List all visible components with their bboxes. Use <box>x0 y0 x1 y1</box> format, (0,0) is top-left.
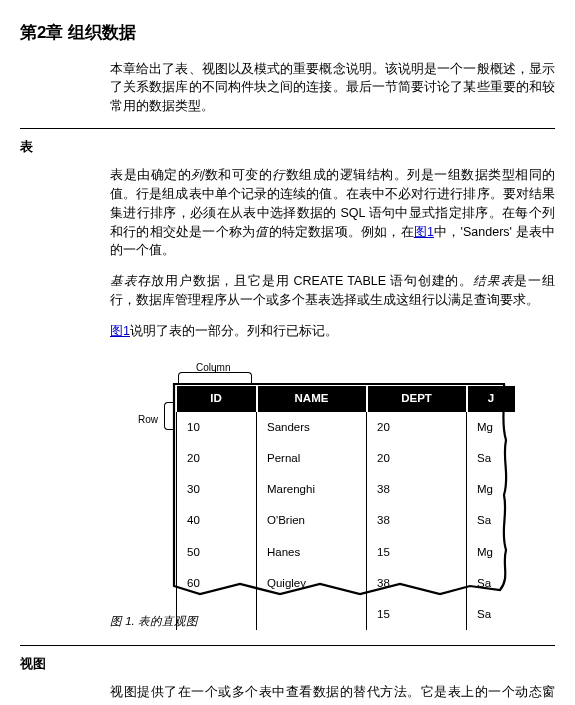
table-cell: 30 <box>177 474 257 505</box>
table-row: 20Pernal20Sa <box>177 443 515 474</box>
table-header-cell: J <box>467 386 515 411</box>
divider <box>20 128 555 129</box>
table-cell: Pernal <box>257 443 367 474</box>
section-heading-view: 视图 <box>20 654 555 674</box>
data-table: IDNAMEDEPTJ 10Sanders20Mg20Pernal20Sa30M… <box>176 386 515 630</box>
divider <box>20 645 555 646</box>
paragraph-table-2: 基表存放用户数据，且它是用 CREATE TABLE 语句创建的。结果表是一组行… <box>110 272 555 310</box>
table-cell: 15 <box>367 537 467 568</box>
text: 表是由确定的 <box>110 168 191 182</box>
text-italic: 列 <box>191 168 205 182</box>
table-cell: 20 <box>177 443 257 474</box>
table-cell: 10 <box>177 412 257 443</box>
table-cell: 38 <box>367 505 467 536</box>
table-cell: Sa <box>467 599 515 630</box>
table-row: 60Quigley38Sa <box>177 568 515 599</box>
text-italic: 值 <box>255 225 268 239</box>
table-cell <box>257 599 367 630</box>
text: 的特定数据项。例如，在 <box>269 225 414 239</box>
table-cell: Mg <box>467 412 515 443</box>
table-cell: 15 <box>367 599 467 630</box>
table-cell: 40 <box>177 505 257 536</box>
table-cell: Mg <box>467 537 515 568</box>
table-cell: Marenghi <box>257 474 367 505</box>
table-cell: 20 <box>367 412 467 443</box>
text: 说明了表的一部分。列和行已标记。 <box>130 324 338 338</box>
table-row: 15Sa <box>177 599 515 630</box>
table-header-cell: DEPT <box>367 386 467 411</box>
section-heading-table: 表 <box>20 137 555 157</box>
figure: Column Row IDNAMEDEPTJ 10Sanders20Mg20Pe… <box>140 360 520 605</box>
table-cell: Sanders <box>257 412 367 443</box>
table-row: 30Marenghi38Mg <box>177 474 515 505</box>
table-header-cell: ID <box>177 386 257 411</box>
row-label: Row <box>138 412 158 427</box>
table-cell: Sa <box>467 505 515 536</box>
table-cell: 50 <box>177 537 257 568</box>
chapter-title: 第2章 组织数据 <box>20 20 555 46</box>
table-body: 10Sanders20Mg20Pernal20Sa30Marenghi38Mg4… <box>177 412 515 631</box>
chapter-intro: 本章给出了表、视图以及模式的重要概念说明。该说明是一个一般概述，显示了关系数据库… <box>110 60 555 116</box>
paragraph-view-1: 视图提供了在一个或多个表中查看数据的替代方法。它是表上的一个动态窗口。 <box>110 683 555 705</box>
text-italic: 行 <box>272 168 286 182</box>
table-row: 50Hanes15Mg <box>177 537 515 568</box>
paragraph-table-3: 图1说明了表的一部分。列和行已标记。 <box>110 322 555 341</box>
text-italic: 基表 <box>110 274 138 288</box>
text-italic: 结果表 <box>473 274 514 288</box>
table-cell: Sa <box>467 568 515 599</box>
table-cell: Sa <box>467 443 515 474</box>
text: 数和可变的 <box>205 168 273 182</box>
paragraph-table-1: 表是由确定的列数和可变的行数组成的逻辑结构。列是一组数据类型相同的值。行是组成表… <box>110 166 555 260</box>
table-cell: 38 <box>367 568 467 599</box>
table-cell: 38 <box>367 474 467 505</box>
figure-link[interactable]: 图1 <box>414 225 434 239</box>
table-cell: Mg <box>467 474 515 505</box>
figure-link[interactable]: 图1 <box>110 324 130 338</box>
table-cell: O'Brien <box>257 505 367 536</box>
table-cell: 60 <box>177 568 257 599</box>
table-header-cell: NAME <box>257 386 367 411</box>
table-cell <box>177 599 257 630</box>
table-row: 40O'Brien38Sa <box>177 505 515 536</box>
table-row: 10Sanders20Mg <box>177 412 515 443</box>
table-cell: Hanes <box>257 537 367 568</box>
table-cell: Quigley <box>257 568 367 599</box>
table-header-row: IDNAMEDEPTJ <box>177 386 515 411</box>
text: 存放用户数据，且它是用 CREATE TABLE 语句创建的。 <box>138 274 473 288</box>
table-cell: 20 <box>367 443 467 474</box>
